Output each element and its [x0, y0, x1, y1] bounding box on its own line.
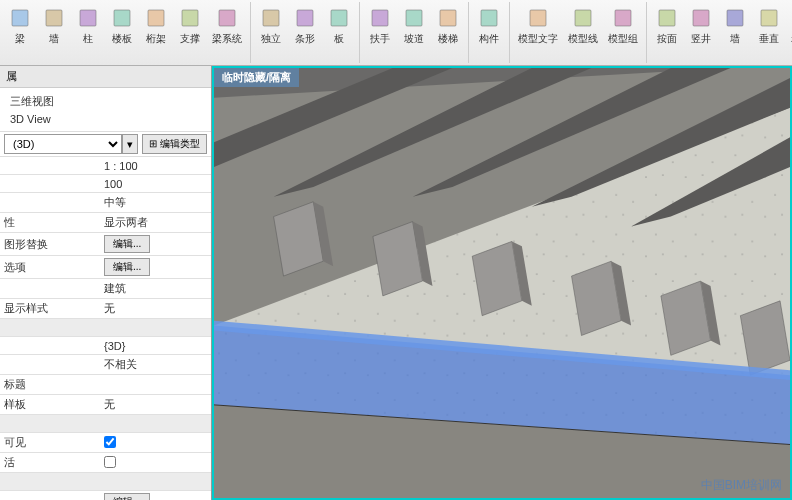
slab2-icon	[327, 6, 351, 30]
svg-rect-1	[46, 10, 62, 26]
edit-type-button[interactable]: ⊞ 编辑类型	[142, 134, 207, 154]
property-value[interactable]: 编辑...	[100, 256, 211, 278]
beam-sys-button[interactable]: 梁系统	[208, 4, 246, 48]
property-value[interactable]: 1 : 100	[100, 158, 211, 174]
slab-icon	[110, 6, 134, 30]
face-icon	[655, 6, 679, 30]
property-value[interactable]: 编辑...	[100, 233, 211, 255]
column-icon	[76, 6, 100, 30]
view-selector[interactable]: (3D)	[4, 134, 122, 154]
comp-button[interactable]: 构件	[473, 4, 505, 48]
isolated-button[interactable]: 独立	[255, 4, 287, 48]
view-type: 3D View	[6, 111, 205, 127]
ribbon-toolbar: 梁墙柱楼板桁架支撑梁系统独立条形板扶手坡道楼梯构件模型文字模型线模型组按面竖井墙…	[0, 0, 792, 66]
ribbon-label: 条形	[295, 32, 315, 46]
svg-rect-13	[481, 10, 497, 26]
panel-header: 属	[0, 66, 211, 88]
ribbon-label: 构件	[479, 32, 499, 46]
vert-button[interactable]: 垂直	[753, 4, 785, 48]
ribbon-group: 梁墙柱楼板桁架支撑梁系统	[0, 2, 251, 63]
property-value[interactable]	[100, 454, 211, 472]
group-icon	[611, 6, 635, 30]
property-row: 中等	[0, 193, 211, 213]
property-label: 选项	[0, 258, 100, 277]
dormer-button[interactable]: 老虎窗	[787, 4, 792, 48]
wall-button[interactable]: 墙	[38, 4, 70, 48]
strip-button[interactable]: 条形	[289, 4, 321, 48]
property-value[interactable]	[100, 383, 211, 387]
property-row	[0, 473, 211, 491]
slab2-button[interactable]: 板	[323, 4, 355, 48]
property-value[interactable]: 编辑...	[100, 491, 211, 500]
property-value[interactable]: 中等	[100, 193, 211, 212]
beam-icon	[8, 6, 32, 30]
svg-rect-7	[263, 10, 279, 26]
property-value[interactable]: 显示两者	[100, 213, 211, 232]
property-row: 活	[0, 453, 211, 473]
property-row: 100	[0, 175, 211, 193]
ribbon-group: 扶手坡道楼梯	[360, 2, 469, 63]
property-edit-button[interactable]: 编辑...	[104, 493, 150, 500]
beam-button[interactable]: 梁	[4, 4, 36, 48]
stair-button[interactable]: 楼梯	[432, 4, 464, 48]
property-label	[0, 201, 100, 205]
face-button[interactable]: 按面	[651, 4, 683, 48]
property-label: 标题	[0, 375, 100, 394]
column-button[interactable]: 柱	[72, 4, 104, 48]
truss-icon	[144, 6, 168, 30]
svg-rect-10	[372, 10, 388, 26]
filter-icon: ⊞	[149, 138, 157, 149]
property-label	[0, 287, 100, 291]
property-row: 可见	[0, 433, 211, 453]
svg-rect-19	[727, 10, 743, 26]
svg-rect-5	[182, 10, 198, 26]
property-row: 图形替换编辑...	[0, 233, 211, 256]
view-selector-row: (3D) ▾ ⊞ 编辑类型	[0, 131, 211, 157]
property-value[interactable]: 无	[100, 299, 211, 318]
line-icon	[571, 6, 595, 30]
property-checkbox[interactable]	[104, 436, 116, 448]
text-button[interactable]: 模型文字	[514, 4, 562, 48]
svg-rect-16	[615, 10, 631, 26]
property-value[interactable]: 100	[100, 176, 211, 192]
property-value[interactable]	[100, 434, 211, 452]
property-row: 建筑	[0, 279, 211, 299]
rail-icon	[368, 6, 392, 30]
view-name: 三维视图	[6, 92, 205, 111]
ribbon-label: 扶手	[370, 32, 390, 46]
comp-icon	[477, 6, 501, 30]
ribbon-label: 桁架	[146, 32, 166, 46]
ribbon-label: 墙	[730, 32, 740, 46]
ribbon-group: 构件	[469, 2, 510, 63]
ribbon-label: 按面	[657, 32, 677, 46]
property-value[interactable]: 无	[100, 395, 211, 414]
dropdown-button[interactable]: ▾	[122, 134, 138, 154]
property-row: 不相关	[0, 355, 211, 375]
slab-button[interactable]: 楼板	[106, 4, 138, 48]
property-value[interactable]: 建筑	[100, 279, 211, 298]
watermark: 中国BIM培训网	[701, 477, 782, 494]
property-edit-button[interactable]: 编辑...	[104, 235, 150, 253]
brace-button[interactable]: 支撑	[174, 4, 206, 48]
ribbon-label: 板	[334, 32, 344, 46]
property-edit-button[interactable]: 编辑...	[104, 258, 150, 276]
property-value[interactable]: 不相关	[100, 355, 211, 374]
line-button[interactable]: 模型线	[564, 4, 602, 48]
ribbon-label: 模型组	[608, 32, 638, 46]
truss-button[interactable]: 桁架	[140, 4, 172, 48]
ramp-button[interactable]: 坡道	[398, 4, 430, 48]
property-value[interactable]: {3D}	[100, 338, 211, 354]
rail-button[interactable]: 扶手	[364, 4, 396, 48]
shaft-button[interactable]: 竖井	[685, 4, 717, 48]
group-button[interactable]: 模型组	[604, 4, 642, 48]
property-checkbox[interactable]	[104, 456, 116, 468]
svg-rect-6	[219, 10, 235, 26]
ribbon-label: 竖井	[691, 32, 711, 46]
main-area: 属 三维视图 3D View (3D) ▾ ⊞ 编辑类型 1 : 100100中…	[0, 66, 792, 500]
properties-list[interactable]: 1 : 100100中等性显示两者图形替换编辑...选项编辑...建筑显示样式无…	[0, 157, 211, 500]
strip-icon	[293, 6, 317, 30]
wall2-button[interactable]: 墙	[719, 4, 751, 48]
viewport-3d[interactable]: 临时隐藏/隔离	[212, 66, 792, 500]
3d-scene[interactable]	[214, 68, 790, 498]
ribbon-label: 墙	[49, 32, 59, 46]
